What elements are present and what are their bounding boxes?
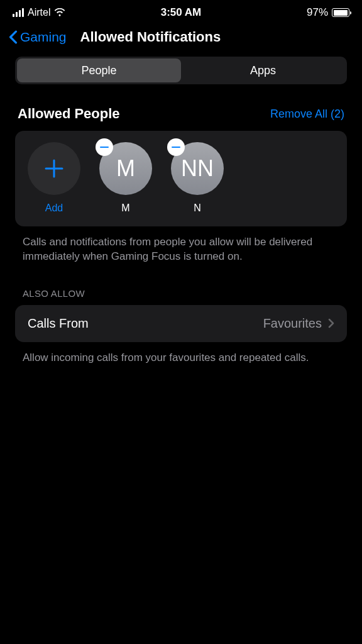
- add-avatar[interactable]: [28, 142, 80, 195]
- calls-from-label: Calls From: [28, 316, 89, 331]
- also-allow-header: ALSO ALLOW: [0, 264, 362, 305]
- segment-people[interactable]: People: [17, 58, 181, 82]
- chevron-right-icon: [328, 318, 334, 328]
- battery-icon: [332, 8, 349, 17]
- calls-from-right: Favourites: [263, 316, 334, 331]
- contact-avatar: M: [99, 142, 152, 195]
- status-right: 97%: [307, 6, 349, 19]
- battery-percentage: 97%: [307, 6, 328, 19]
- contact-name: N: [194, 203, 201, 214]
- wifi-icon: [54, 8, 65, 17]
- allowed-person[interactable]: M M: [99, 142, 152, 214]
- segment-apps[interactable]: Apps: [181, 58, 345, 82]
- status-left: Airtel: [13, 7, 65, 18]
- minus-icon: [172, 147, 180, 148]
- remove-all-button[interactable]: Remove All (2): [270, 108, 344, 121]
- contact-avatar: NN: [171, 142, 224, 195]
- chevron-left-icon: [9, 30, 18, 44]
- calls-from-value: Favourites: [263, 316, 322, 331]
- allowed-people-title: Allowed People: [18, 106, 120, 122]
- allowed-person[interactable]: NN N: [171, 142, 224, 214]
- segmented-control: People Apps: [15, 57, 347, 84]
- nav-header: Gaming Allowed Notifications: [0, 23, 362, 57]
- battery-fill: [334, 10, 348, 16]
- back-button[interactable]: Gaming: [9, 30, 67, 45]
- allowed-people-card: Add M M NN N: [15, 131, 347, 226]
- people-row: Add M M NN N: [28, 142, 334, 214]
- back-label: Gaming: [20, 30, 67, 45]
- status-bar: Airtel 3:50 AM 97%: [0, 0, 362, 23]
- remove-person-button[interactable]: [96, 138, 113, 156]
- contact-initials: NN: [181, 155, 214, 182]
- status-time: 3:50 AM: [161, 6, 202, 19]
- plus-icon: [43, 158, 65, 179]
- segmented-control-wrap: People Apps: [0, 57, 362, 84]
- allowed-people-description: Calls and notifications from people you …: [0, 226, 362, 264]
- minus-icon: [100, 147, 109, 148]
- carrier-label: Airtel: [28, 7, 50, 18]
- calls-from-card: Calls From Favourites: [15, 305, 347, 342]
- add-label: Add: [45, 203, 63, 214]
- add-person[interactable]: Add: [28, 142, 80, 214]
- signal-icon: [13, 8, 24, 17]
- calls-from-row[interactable]: Calls From Favourites: [15, 305, 347, 342]
- contact-name: M: [121, 203, 129, 214]
- contact-initials: M: [116, 155, 135, 182]
- calls-from-description: Allow incoming calls from your favourite…: [0, 342, 362, 365]
- page-title: Allowed Notifications: [80, 29, 221, 45]
- remove-person-button[interactable]: [167, 138, 185, 156]
- allowed-people-header: Allowed People Remove All (2): [0, 84, 362, 131]
